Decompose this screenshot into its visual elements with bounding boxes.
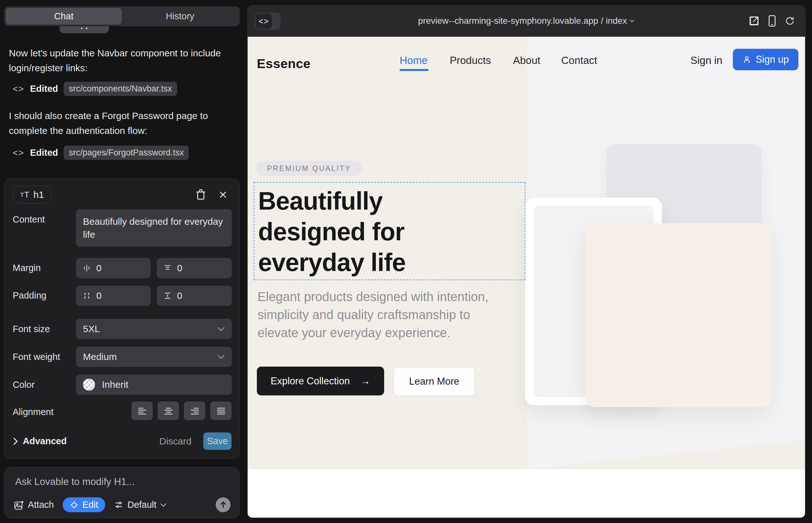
user-icon xyxy=(742,55,751,64)
tab-history[interactable]: History xyxy=(122,8,238,25)
align-right-icon xyxy=(190,407,199,415)
edit-target-icon xyxy=(70,501,78,509)
nav-link-products[interactable]: Products xyxy=(450,54,491,67)
url-bar[interactable]: preview--charming-site-symphony.lovable.… xyxy=(247,5,806,37)
font-weight-select[interactable]: Medium xyxy=(76,347,232,367)
edited-file-pill[interactable]: src/components/Navbar.tsx xyxy=(64,82,177,96)
composer-input[interactable]: Ask Lovable to modify H1... xyxy=(15,476,135,488)
element-editor-panel: TT h1 Content Beautifully designed for e… xyxy=(4,179,240,459)
explore-collection-button[interactable]: Explore Collection → xyxy=(257,366,384,395)
content-field[interactable]: Beautifully designed for everyday life xyxy=(76,209,232,247)
learn-more-button[interactable]: Learn More xyxy=(394,367,475,396)
color-select[interactable]: Inherit xyxy=(76,375,232,395)
close-panel-button[interactable] xyxy=(216,188,230,202)
delete-element-button[interactable] xyxy=(194,188,208,202)
hero-paragraph: Elegant products designed with intention… xyxy=(258,288,511,342)
h1-selection-outline xyxy=(254,182,525,280)
type-icon: TT xyxy=(20,190,30,200)
decor-card-beige xyxy=(586,223,771,407)
edited-file-row: <> Edited src/components/Navbar.tsx xyxy=(13,82,177,96)
preview-browser-frame: <> preview--charming-site-symphony.lovab… xyxy=(247,5,806,518)
mobile-icon[interactable] xyxy=(768,15,777,27)
align-left-button[interactable] xyxy=(131,401,153,420)
edited-label: Edited xyxy=(30,84,58,94)
app-window: Chat History Now let's update the Navbar… xyxy=(0,0,812,523)
color-label: Color xyxy=(13,380,35,390)
hero-section: Essence Home Products About Contact Sign… xyxy=(248,37,805,469)
font-size-label: Font size xyxy=(13,324,50,334)
align-left-icon xyxy=(138,407,147,415)
edit-mode-button[interactable]: Edit xyxy=(63,497,105,512)
site-logo[interactable]: Essence xyxy=(257,56,311,71)
close-icon xyxy=(218,190,228,199)
nav-link-home[interactable]: Home xyxy=(400,54,427,67)
save-button[interactable]: Save xyxy=(203,432,231,450)
padding-x-input[interactable]: 0 xyxy=(76,286,151,306)
alignment-label: Alignment xyxy=(13,407,54,417)
sliders-icon xyxy=(114,500,124,510)
padding-vertical-icon xyxy=(163,291,172,300)
chevron-down-icon xyxy=(160,503,166,507)
mode-select[interactable]: Default xyxy=(114,500,166,510)
next-section xyxy=(248,469,805,518)
edited-file-pill[interactable]: src/pages/ForgotPassword.tsx xyxy=(64,146,189,160)
chevron-down-icon xyxy=(217,355,225,359)
margin-label: Margin xyxy=(13,263,41,273)
align-justify-icon xyxy=(216,407,226,415)
alignment-group xyxy=(131,401,231,420)
tab-chat[interactable]: Chat xyxy=(6,8,122,25)
composer-toolbar: Attach Edit Default xyxy=(14,497,231,512)
chevron-down-icon xyxy=(217,327,225,331)
margin-vertical-icon xyxy=(163,264,172,273)
align-center-icon xyxy=(164,407,173,415)
chevron-right-icon xyxy=(13,437,18,446)
margin-horizontal-icon xyxy=(82,264,91,273)
trash-icon xyxy=(195,189,206,201)
external-link-icon[interactable] xyxy=(749,16,759,26)
preview-url: preview--charming-site-symphony.lovable.… xyxy=(418,16,598,26)
preview-page: index xyxy=(606,16,627,26)
sign-in-link[interactable]: Sign in xyxy=(690,54,722,67)
checker-swatch xyxy=(83,379,95,391)
chat-message: Now let's update the Navbar component to… xyxy=(9,46,234,75)
align-justify-button[interactable] xyxy=(210,401,231,420)
margin-y-input[interactable]: 0 xyxy=(157,258,232,278)
send-icon xyxy=(220,501,227,509)
code-icon: <> xyxy=(13,148,24,158)
padding-horizontal-icon xyxy=(82,291,91,300)
site-viewport: Essence Home Products About Contact Sign… xyxy=(248,37,805,518)
attach-button[interactable]: Attach xyxy=(14,500,54,510)
discard-button[interactable]: Discard xyxy=(159,436,192,447)
content-label: Content xyxy=(13,214,45,225)
font-size-select[interactable]: 5XL xyxy=(76,319,232,339)
chat-history-tabbar: Chat History xyxy=(4,6,240,26)
sign-up-button[interactable]: Sign up xyxy=(733,49,798,70)
edited-label: Edited xyxy=(30,147,58,158)
arrow-right-icon: → xyxy=(360,376,370,387)
padding-y-input[interactable]: 0 xyxy=(157,286,232,306)
browser-actions xyxy=(749,5,795,37)
path-separator: / xyxy=(601,16,603,26)
nav-link-contact[interactable]: Contact xyxy=(561,54,597,67)
code-icon: <> xyxy=(13,84,24,94)
nav-link-about[interactable]: About xyxy=(513,54,540,67)
chat-message: I should also create a Forgot Password p… xyxy=(9,108,234,138)
active-nav-underline xyxy=(400,69,428,71)
edited-file-row: <> Edited src/pages/ForgotPassword.tsx xyxy=(13,146,189,160)
font-weight-label: Font weight xyxy=(13,352,60,362)
attach-icon xyxy=(14,500,24,510)
align-right-button[interactable] xyxy=(184,401,205,420)
chat-composer[interactable]: Ask Lovable to modify H1... Attach Edit … xyxy=(4,467,240,518)
align-center-button[interactable] xyxy=(158,401,179,420)
send-button[interactable] xyxy=(216,497,231,512)
selected-element-chip[interactable]: TT h1 xyxy=(12,186,52,203)
chevron-down-icon xyxy=(630,19,635,22)
scrolled-message-chip xyxy=(59,26,109,33)
margin-x-input[interactable]: 0 xyxy=(76,258,151,278)
advanced-toggle[interactable]: Advanced xyxy=(13,436,67,446)
padding-label: Padding xyxy=(13,290,46,301)
refresh-icon[interactable] xyxy=(785,16,795,26)
element-tag: h1 xyxy=(34,189,44,200)
premium-quality-badge: PREMIUM QUALITY xyxy=(256,161,362,176)
